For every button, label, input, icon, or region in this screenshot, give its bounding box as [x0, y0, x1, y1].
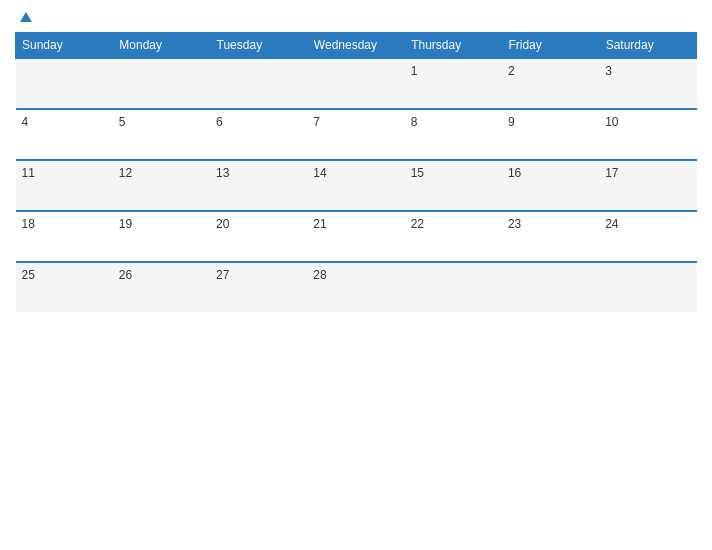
- day-number: 27: [216, 268, 229, 282]
- day-number: 18: [22, 217, 35, 231]
- day-number: 25: [22, 268, 35, 282]
- calendar-cell: 11: [16, 160, 113, 211]
- calendar-cell: [405, 262, 502, 312]
- day-number: 15: [411, 166, 424, 180]
- day-number: 26: [119, 268, 132, 282]
- calendar-cell: [113, 58, 210, 109]
- calendar-header: [15, 10, 697, 24]
- svg-marker-0: [20, 12, 32, 22]
- day-number: 22: [411, 217, 424, 231]
- calendar-cell: 16: [502, 160, 599, 211]
- day-header-friday: Friday: [502, 33, 599, 59]
- day-number: 13: [216, 166, 229, 180]
- day-number: 6: [216, 115, 223, 129]
- days-row: SundayMondayTuesdayWednesdayThursdayFrid…: [16, 33, 697, 59]
- calendar-cell: 6: [210, 109, 307, 160]
- calendar-week-4: 25262728: [16, 262, 697, 312]
- calendar-week-0: 123: [16, 58, 697, 109]
- day-number: 12: [119, 166, 132, 180]
- calendar-cell: 3: [599, 58, 696, 109]
- calendar-cell: 8: [405, 109, 502, 160]
- calendar-week-3: 18192021222324: [16, 211, 697, 262]
- calendar-cell: 9: [502, 109, 599, 160]
- day-number: 17: [605, 166, 618, 180]
- calendar-cell: 2: [502, 58, 599, 109]
- day-number: 10: [605, 115, 618, 129]
- calendar-page: SundayMondayTuesdayWednesdayThursdayFrid…: [0, 0, 712, 550]
- calendar-cell: [502, 262, 599, 312]
- day-number: 19: [119, 217, 132, 231]
- calendar-cell: 7: [307, 109, 404, 160]
- calendar-cell: 18: [16, 211, 113, 262]
- day-number: 3: [605, 64, 612, 78]
- day-header-thursday: Thursday: [405, 33, 502, 59]
- day-header-tuesday: Tuesday: [210, 33, 307, 59]
- day-number: 9: [508, 115, 515, 129]
- calendar-cell: 4: [16, 109, 113, 160]
- day-number: 21: [313, 217, 326, 231]
- calendar-cell: 20: [210, 211, 307, 262]
- calendar-cell: 13: [210, 160, 307, 211]
- calendar-cell: 22: [405, 211, 502, 262]
- calendar-cell: 19: [113, 211, 210, 262]
- calendar-cell: 27: [210, 262, 307, 312]
- day-header-wednesday: Wednesday: [307, 33, 404, 59]
- calendar-cell: 1: [405, 58, 502, 109]
- calendar-cell: [307, 58, 404, 109]
- day-header-saturday: Saturday: [599, 33, 696, 59]
- calendar-header-row: SundayMondayTuesdayWednesdayThursdayFrid…: [16, 33, 697, 59]
- calendar-cell: 15: [405, 160, 502, 211]
- logo: [17, 10, 33, 24]
- day-number: 11: [22, 166, 35, 180]
- calendar-cell: 28: [307, 262, 404, 312]
- day-number: 7: [313, 115, 320, 129]
- calendar-cell: 14: [307, 160, 404, 211]
- day-number: 8: [411, 115, 418, 129]
- day-number: 5: [119, 115, 126, 129]
- day-number: 23: [508, 217, 521, 231]
- calendar-cell: 24: [599, 211, 696, 262]
- day-number: 28: [313, 268, 326, 282]
- day-number: 16: [508, 166, 521, 180]
- calendar-cell: 23: [502, 211, 599, 262]
- calendar-cell: 10: [599, 109, 696, 160]
- calendar-cell: 21: [307, 211, 404, 262]
- day-number: 20: [216, 217, 229, 231]
- calendar-cell: 25: [16, 262, 113, 312]
- calendar-cell: 12: [113, 160, 210, 211]
- day-header-monday: Monday: [113, 33, 210, 59]
- calendar-table: SundayMondayTuesdayWednesdayThursdayFrid…: [15, 32, 697, 312]
- calendar-cell: [210, 58, 307, 109]
- calendar-cell: [599, 262, 696, 312]
- calendar-week-2: 11121314151617: [16, 160, 697, 211]
- calendar-week-1: 45678910: [16, 109, 697, 160]
- day-number: 2: [508, 64, 515, 78]
- logo-triangle-icon: [19, 10, 33, 24]
- day-number: 4: [22, 115, 29, 129]
- calendar-cell: 5: [113, 109, 210, 160]
- calendar-body: 1234567891011121314151617181920212223242…: [16, 58, 697, 312]
- calendar-cell: [16, 58, 113, 109]
- calendar-cell: 26: [113, 262, 210, 312]
- day-number: 24: [605, 217, 618, 231]
- day-number: 14: [313, 166, 326, 180]
- day-number: 1: [411, 64, 418, 78]
- calendar-cell: 17: [599, 160, 696, 211]
- day-header-sunday: Sunday: [16, 33, 113, 59]
